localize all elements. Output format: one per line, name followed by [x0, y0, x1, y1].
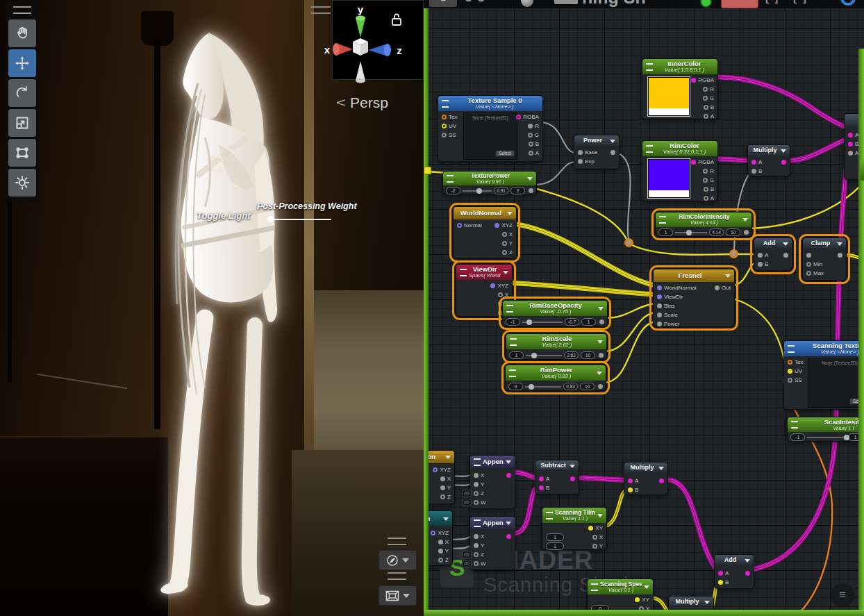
- node-menu-icon[interactable]: [646, 145, 653, 153]
- chevron-down-icon[interactable]: [610, 140, 615, 143]
- output-port[interactable]: [599, 319, 604, 324]
- rotate-tool-button[interactable]: [8, 79, 36, 107]
- input-port-y[interactable]: Y: [474, 541, 484, 550]
- node-menu-icon[interactable]: [506, 305, 513, 313]
- chevron-down-icon[interactable]: [506, 522, 511, 525]
- color-swatch[interactable]: [648, 159, 690, 198]
- min-field[interactable]: 0: [508, 383, 523, 390]
- input-port-x[interactable]: X: [474, 532, 484, 541]
- projection-mode-label[interactable]: <Persp: [336, 94, 388, 111]
- node-multiply-2[interactable]: Multiply A B: [624, 462, 668, 495]
- chevron-down-icon[interactable]: [445, 456, 451, 459]
- node-rim-base-opacity[interactable]: RimBaseOpacityValue( -0.75 ) -1-0.71: [502, 300, 608, 326]
- input-port-b[interactable]: B: [539, 483, 549, 492]
- pan-tool-button[interactable]: [8, 19, 36, 47]
- input-port-z[interactable]: (0)Z: [474, 489, 484, 498]
- input-port-w[interactable]: (0)W: [474, 498, 486, 507]
- node-menu-icon[interactable]: [442, 100, 449, 108]
- output-port[interactable]: [598, 384, 603, 389]
- keyboard-shortcuts-icon[interactable]: [554, 0, 578, 4]
- node-menu-icon[interactable]: [509, 369, 516, 377]
- min-field[interactable]: -2: [446, 187, 460, 194]
- input-port-view-dir[interactable]: ViewDir: [657, 292, 683, 301]
- move-tool-button[interactable]: [8, 49, 36, 77]
- transform-tool-button[interactable]: [8, 169, 36, 197]
- input-port-b[interactable]: B: [758, 260, 768, 269]
- input-port-b[interactable]: B: [751, 167, 762, 176]
- max-field[interactable]: 10: [581, 351, 595, 359]
- ranged-float-slider[interactable]: -1-0.71: [506, 317, 596, 326]
- node-append-1[interactable]: Append X Y (0)Z (0)W: [470, 455, 515, 509]
- discard-button[interactable]: [721, 0, 758, 8]
- live-mode-indicator[interactable]: [700, 0, 712, 8]
- node-menu-icon[interactable]: [474, 519, 481, 527]
- chevron-down-icon[interactable]: [598, 307, 604, 310]
- output-port-b[interactable]: B: [704, 185, 714, 194]
- chevron-down-icon[interactable]: [506, 460, 511, 464]
- node-menu-icon[interactable]: [474, 458, 481, 466]
- wire-reroute-node[interactable]: [624, 238, 633, 247]
- input-port-z[interactable]: (0)Z: [474, 550, 484, 559]
- output-port-y[interactable]: Y: [502, 239, 513, 248]
- input-port-a[interactable]: A: [758, 251, 768, 260]
- max-field[interactable]: 10: [726, 228, 740, 236]
- output-port-z[interactable]: Z: [502, 248, 513, 257]
- output-port-z[interactable]: Z: [440, 492, 451, 501]
- input-port-b[interactable]: B: [718, 578, 729, 587]
- node-menu-icon[interactable]: [788, 345, 795, 353]
- scale-tool-button[interactable]: [8, 109, 36, 137]
- node-rim-power[interactable]: RimPowerValue( 0.83 ) 00.8310: [505, 365, 606, 391]
- node-menu-icon[interactable]: [591, 583, 598, 591]
- node-menu-icon[interactable]: [791, 421, 798, 428]
- max-field[interactable]: 1: [581, 318, 596, 326]
- input-port-a[interactable]: A: [751, 158, 762, 167]
- output-port-r[interactable]: R: [528, 122, 539, 131]
- output-port-xy[interactable]: XY: [635, 595, 649, 604]
- wire-reroute-node[interactable]: [729, 249, 738, 258]
- output-port-x[interactable]: X: [440, 474, 451, 483]
- output-port-xyz[interactable]: XYZ: [431, 528, 449, 538]
- output-port-a[interactable]: A: [529, 149, 539, 158]
- chevron-down-icon[interactable]: [783, 242, 788, 246]
- undo-redo-icons[interactable]: ↺ ↻: [464, 0, 485, 5]
- chevron-down-icon[interactable]: [658, 467, 664, 470]
- input-port-ss[interactable]: SS: [442, 131, 456, 140]
- node-menu-icon[interactable]: [659, 216, 666, 224]
- value-field[interactable]: -0.7: [565, 318, 579, 326]
- canvas-menu-button[interactable]: ≡: [831, 583, 854, 607]
- node-subtract[interactable]: Subtract A B: [535, 460, 579, 494]
- output-port-x[interactable]: X: [438, 538, 449, 547]
- select-texture-button[interactable]: Select: [495, 150, 515, 157]
- ranged-float-slider[interactable]: -111: [790, 433, 864, 442]
- scene-view-mode-button[interactable]: [379, 585, 417, 606]
- input-port-w[interactable]: (0)W: [474, 559, 486, 568]
- scene-camera-button[interactable]: [379, 550, 417, 570]
- node-add-1[interactable]: Add A B: [754, 238, 792, 271]
- slider-knob[interactable]: [844, 435, 849, 440]
- input-port-bias[interactable]: Bias: [657, 301, 675, 310]
- preview-sphere-icon[interactable]: [521, 0, 533, 7]
- input-port-scale[interactable]: Scale: [657, 310, 678, 319]
- chevron-down-icon[interactable]: [644, 585, 649, 589]
- node-world-normal[interactable]: WorldNormal Normal XYZ X Y Z: [453, 206, 517, 259]
- output-port-xyz[interactable]: XYZ: [495, 221, 513, 230]
- output-port-xyz[interactable]: XYZ: [490, 281, 508, 290]
- output-port[interactable]: [506, 532, 511, 541]
- min-field[interactable]: 1: [509, 351, 524, 359]
- input-port-max[interactable]: Max: [806, 269, 824, 278]
- output-port-a[interactable]: A: [704, 112, 714, 121]
- output-port-y[interactable]: Y: [438, 547, 449, 556]
- node-scan-intensity[interactable]: ScanIntesityValue( 1 ) -111: [787, 417, 864, 442]
- input-port-power[interactable]: Power: [657, 319, 680, 328]
- node-menu-icon[interactable]: [460, 269, 467, 276]
- chevron-down-icon[interactable]: [597, 514, 603, 517]
- scene-viewport[interactable]: Toggle Light Post-Processing Weight y x …: [0, 0, 424, 616]
- node-texture-sample-0[interactable]: Texture Sample 0Value( <None> ) Tex UV S…: [438, 95, 543, 162]
- input-port-value[interactable]: [806, 251, 811, 260]
- output-port[interactable]: [599, 353, 604, 358]
- texture-preview[interactable]: None (Texture2D)Select: [463, 113, 517, 160]
- slider-knob[interactable]: [526, 319, 532, 325]
- min-field[interactable]: 1: [658, 228, 673, 236]
- output-port-y[interactable]: Y: [592, 542, 603, 551]
- node-multiply-1[interactable]: Multiply A B: [747, 144, 790, 176]
